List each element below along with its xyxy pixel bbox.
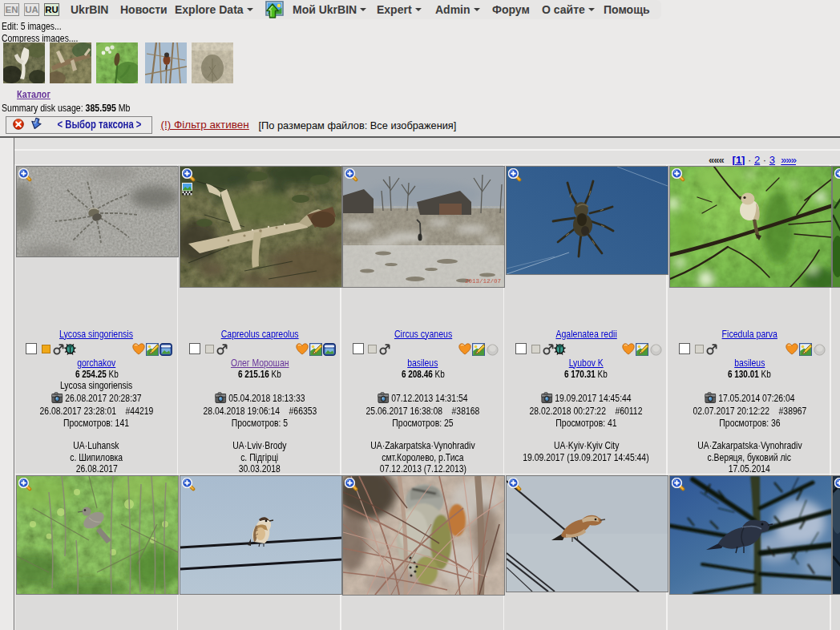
svg-text:2013/12/07: 2013/12/07 <box>465 278 501 285</box>
